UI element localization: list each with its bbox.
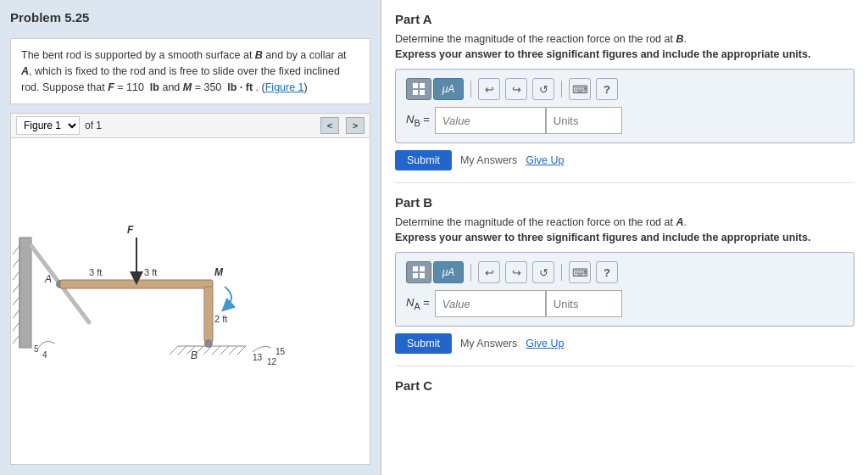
num-12: 12 <box>267 357 277 366</box>
point-a-label: A <box>44 273 52 285</box>
part-b-title: Part B <box>395 195 854 210</box>
part-a-input-row: NB = <box>406 107 843 134</box>
svg-line-9 <box>13 335 19 344</box>
part-c-section: Part C <box>395 378 854 393</box>
force-f-label: F <box>127 224 134 236</box>
part-a-submit-button[interactable]: Submit <box>395 150 452 170</box>
svg-rect-0 <box>19 238 31 348</box>
problem-statement: The bent rod is supported by a smooth su… <box>10 38 370 104</box>
toolbar-mu-icon[interactable]: μA <box>433 78 464 100</box>
svg-rect-31 <box>413 273 418 278</box>
part-a-submit-row: Submit My Answers Give Up <box>395 150 854 170</box>
part-b-toolbar-undo-button[interactable]: ↩ <box>478 261 500 283</box>
svg-rect-29 <box>413 266 418 271</box>
part-b-toolbar-sep-2 <box>561 264 562 281</box>
part-b-units-input[interactable] <box>546 290 622 317</box>
part-b-toolbar-refresh-button[interactable]: ↺ <box>532 261 554 283</box>
part-c-title: Part C <box>395 378 854 393</box>
left-panel: Problem 5.25 The bent rod is supported b… <box>0 0 381 475</box>
part-a-toolbar: μA ↩ ↪ ↺ ⌨ ? <box>406 78 843 100</box>
part-b-instruction: Express your answer to three significant… <box>395 232 854 243</box>
part-a-title: Part A <box>395 12 854 26</box>
toolbar-sep-1 <box>470 81 471 98</box>
svg-rect-27 <box>413 90 418 95</box>
point-b-label: B <box>191 349 198 361</box>
figure1-link[interactable]: Figure 1 <box>265 81 304 93</box>
part-a-label: NB = <box>406 113 430 128</box>
part-a-give-up-link[interactable]: Give Up <box>526 154 564 166</box>
toolbar-grid-icon[interactable] <box>406 78 431 100</box>
toolbar-undo-button[interactable]: ↩ <box>478 78 500 100</box>
part-a-value-input[interactable] <box>435 107 545 134</box>
part-a-instruction: Express your answer to three significant… <box>395 48 854 60</box>
svg-line-16 <box>170 346 178 355</box>
svg-line-21 <box>212 346 220 355</box>
part-a-units-input[interactable] <box>546 107 622 134</box>
part-b-submit-button[interactable]: Submit <box>395 333 452 354</box>
svg-line-8 <box>13 322 19 331</box>
angle-5-label: 5 <box>34 344 39 354</box>
part-a-my-answers: My Answers <box>460 154 517 166</box>
svg-rect-13 <box>204 287 213 342</box>
part-b-toolbar-help-button[interactable]: ? <box>596 261 618 283</box>
svg-rect-11 <box>60 280 213 288</box>
part-b-input-row: NA = <box>406 290 843 317</box>
figure-content: A F 3 ft 3 ft M 2 ft <box>11 138 370 464</box>
toolbar-help-button[interactable]: ? <box>596 78 618 100</box>
part-b-toolbar-grid-icon[interactable] <box>406 261 431 283</box>
part-b-toolbar-keyboard-button[interactable]: ⌨ <box>569 261 591 283</box>
svg-rect-26 <box>420 83 425 88</box>
num-15: 15 <box>275 347 286 356</box>
part-b-submit-row: Submit My Answers Give Up <box>395 333 854 354</box>
svg-line-24 <box>237 346 246 355</box>
right-panel: Part A Determine the magnitude of the re… <box>381 0 868 475</box>
svg-line-23 <box>229 346 237 355</box>
part-a-section: Part A Determine the magnitude of the re… <box>395 12 854 183</box>
problem-title: Problem 5.25 <box>10 10 370 25</box>
part-a-answer-box: μA ↩ ↪ ↺ ⌨ ? NB = <box>395 69 854 143</box>
svg-rect-25 <box>413 83 418 88</box>
svg-rect-30 <box>420 266 425 271</box>
part-b-section: Part B Determine the magnitude of the re… <box>395 195 854 366</box>
moment-m-label: M <box>214 266 224 278</box>
dim-3ft-left: 3 ft <box>89 267 102 277</box>
part-b-toolbar-icon-group: μA <box>406 261 464 283</box>
svg-line-3 <box>13 259 19 267</box>
svg-line-7 <box>13 310 19 318</box>
svg-line-4 <box>13 271 19 280</box>
figure-svg: A F 3 ft 3 ft M 2 ft <box>13 212 369 390</box>
toolbar-icon-group: μA <box>406 78 464 100</box>
part-b-answer-box: μA ↩ ↪ ↺ ⌨ ? NA = <box>395 252 854 327</box>
part-b-toolbar-sep-1 <box>470 264 471 281</box>
dim-2ft: 2 ft <box>214 314 227 324</box>
svg-rect-28 <box>420 90 425 95</box>
figure-container: Figure 1 of 1 < > <box>10 113 370 465</box>
part-b-give-up-link[interactable]: Give Up <box>526 338 564 349</box>
figure-prev-button[interactable]: < <box>320 117 339 134</box>
toolbar-sep-2 <box>561 81 562 98</box>
svg-line-2 <box>13 246 19 254</box>
svg-line-5 <box>13 284 19 293</box>
part-b-description: Determine the magnitude of the reaction … <box>395 216 854 228</box>
svg-line-17 <box>178 346 186 355</box>
part-b-value-input[interactable] <box>435 290 545 317</box>
figure-select[interactable]: Figure 1 <box>16 116 80 135</box>
figure-of-label: of 1 <box>85 120 102 131</box>
part-a-description: Determine the magnitude of the reaction … <box>395 33 854 45</box>
part-b-toolbar: μA ↩ ↪ ↺ ⌨ ? <box>406 261 843 283</box>
figure-toolbar: Figure 1 of 1 < > <box>11 114 370 138</box>
toolbar-keyboard-button[interactable]: ⌨ <box>569 78 591 100</box>
svg-line-6 <box>13 297 19 305</box>
angle-4-label: 4 <box>42 350 47 360</box>
svg-rect-32 <box>420 273 425 278</box>
part-b-label: NA = <box>406 296 430 311</box>
part-b-toolbar-redo-button[interactable]: ↪ <box>505 261 527 283</box>
dim-3ft-right: 3 ft <box>144 267 157 277</box>
figure-next-button[interactable]: > <box>346 117 364 134</box>
svg-line-22 <box>220 346 229 355</box>
part-b-toolbar-mu-icon[interactable]: μA <box>433 261 464 283</box>
part-b-my-answers: My Answers <box>460 338 517 349</box>
toolbar-refresh-button[interactable]: ↺ <box>532 78 554 100</box>
toolbar-redo-button[interactable]: ↪ <box>505 78 527 100</box>
num-13: 13 <box>253 353 263 362</box>
